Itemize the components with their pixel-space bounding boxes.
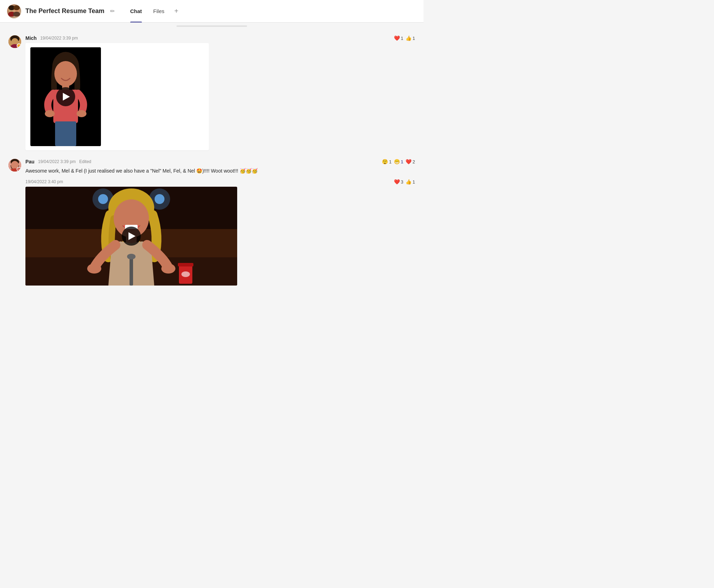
svg-point-12 [54,61,77,86]
pau-header-reactions: 😲 1 😁 1 ❤️ 2 [382,159,415,164]
edit-icon[interactable]: ✏ [110,8,115,14]
scroll-indicator [176,25,247,27]
pau-second-reaction-thumbs[interactable]: 👍 1 [406,179,415,185]
svg-point-39 [127,254,136,259]
tab-files[interactable]: Files [148,0,170,23]
pau-second-reactions: ❤️ 3 👍 1 [394,179,415,185]
mich-reaction-thumbs[interactable]: 👍 1 [406,35,415,41]
message-time-pau: 19/04/2022 3:39 pm [38,159,76,164]
svg-point-3 [13,12,20,17]
mich-reaction-heart[interactable]: ❤️ 1 [394,35,403,41]
team-avatar[interactable] [7,4,21,18]
pau-video-thumb[interactable] [25,187,237,286]
pau-video-play-btn[interactable] [122,227,141,246]
pau-reaction-grin[interactable]: 😁 1 [394,159,403,164]
message-header-pau: Pau 19/04/2022 3:39 pm Edited 😲 1 😁 1 ❤️… [25,159,415,164]
message-group-pau: ✕ Pau 19/04/2022 3:39 pm Edited 😲 1 😁 1 … [0,153,424,288]
avatar-pau: ✕ [8,159,21,172]
message-author-mich: Mich [25,35,37,41]
svg-point-5 [13,5,20,10]
chat-area: Mich 19/04/2022 3:39 pm ❤️ 1 👍 1 [0,30,424,295]
message-content-mich: Mich 19/04/2022 3:39 pm ❤️ 1 👍 1 [25,35,415,150]
pau-text-message: Awesome work, Mel & Fel (I just realised… [25,167,415,175]
svg-point-16 [77,110,86,117]
avatar-mich-badge [17,43,21,48]
svg-point-34 [161,264,175,274]
message-group-mich: Mich 19/04/2022 3:39 pm ❤️ 1 👍 1 [0,30,424,153]
svg-point-15 [45,110,55,117]
svg-point-37 [181,271,190,277]
header: The Perfect Resume Team ✏ Chat Files + [0,0,424,23]
pau-play-triangle-icon [128,232,136,240]
mich-header-reactions: ❤️ 1 👍 1 [394,35,415,41]
message-content-pau: Pau 19/04/2022 3:39 pm Edited 😲 1 😁 1 ❤️… [25,159,415,286]
pau-second-post-header: 19/04/2022 3:40 pm ❤️ 3 👍 1 [25,179,415,185]
pau-reaction-heart[interactable]: ❤️ 2 [406,159,415,164]
svg-rect-38 [130,257,133,286]
mich-video-thumb[interactable] [30,47,101,146]
pau-reaction-grin-count: 1 [401,159,403,164]
svg-point-33 [87,264,101,274]
pau-reaction-wow[interactable]: 😲 1 [382,159,391,164]
tab-chat[interactable]: Chat [125,0,148,23]
message-time-mich: 19/04/2022 3:39 pm [40,36,78,41]
message-header-mich: Mich 19/04/2022 3:39 pm ❤️ 1 👍 1 [25,35,415,41]
mich-video-play-btn[interactable] [56,87,75,106]
pau-second-reaction-heart[interactable]: ❤️ 3 [394,179,403,185]
mich-message-bubble [25,43,209,150]
avatar-pau-badge: ✕ [17,167,21,172]
svg-rect-17 [55,121,76,146]
play-triangle-icon [63,93,70,101]
avatar-mich [8,35,21,48]
svg-rect-36 [178,263,193,266]
pau-second-timestamp: 19/04/2022 3:40 pm [25,179,63,184]
header-tabs: Chat Files + [125,0,183,23]
message-edited-pau: Edited [79,159,91,164]
team-title: The Perfect Resume Team [25,7,104,15]
message-author-pau: Pau [25,159,35,164]
scroll-strip-container [0,23,424,30]
tab-add-button[interactable]: + [170,0,183,23]
